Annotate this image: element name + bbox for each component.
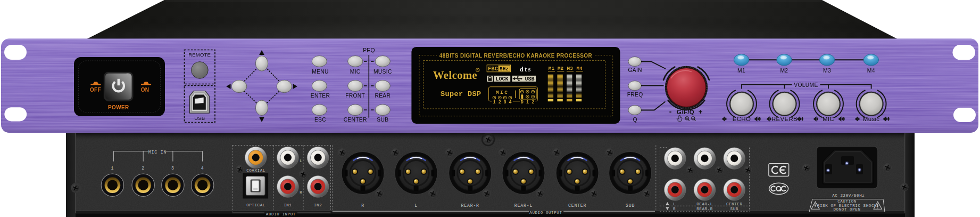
- svg-text:PEQ: PEQ: [363, 47, 375, 53]
- svg-text:2: 2: [499, 100, 501, 105]
- svg-text:SUB: SUB: [730, 207, 738, 211]
- svg-text:AC 220V/50Hz: AC 220V/50Hz: [832, 194, 865, 198]
- svg-text:DONOT OPEN: DONOT OPEN: [833, 207, 860, 212]
- svg-text:dts: dts: [520, 66, 532, 73]
- svg-text:COAXIAL: COAXIAL: [246, 168, 265, 173]
- svg-text:FRONT: FRONT: [345, 93, 365, 99]
- svg-text:L: L: [300, 159, 302, 163]
- svg-text:REAR-R: REAR-R: [696, 207, 713, 211]
- svg-text:M4: M4: [577, 66, 583, 71]
- svg-text:IN1: IN1: [284, 203, 292, 207]
- svg-text:Music: Music: [863, 116, 880, 122]
- svg-text:CENTER: CENTER: [568, 203, 586, 208]
- svg-text:R: R: [673, 207, 676, 211]
- svg-text:MIC IN: MIC IN: [148, 150, 167, 155]
- svg-text:CENTER: CENTER: [344, 117, 367, 123]
- svg-text:R: R: [300, 190, 302, 195]
- svg-text:M2: M2: [780, 68, 788, 74]
- svg-text:MIC: MIC: [496, 90, 509, 95]
- svg-text:L: L: [673, 202, 676, 206]
- svg-text:3: 3: [504, 100, 506, 105]
- svg-text:M4: M4: [867, 68, 875, 74]
- svg-text:OPTICAL: OPTICAL: [246, 203, 265, 207]
- svg-text:-: -: [669, 107, 672, 116]
- svg-text:1: 1: [493, 100, 495, 105]
- svg-text:1: 1: [526, 100, 529, 105]
- svg-text:M1: M1: [737, 68, 745, 74]
- svg-text:REAR: REAR: [375, 93, 391, 99]
- svg-text:IN2: IN2: [314, 203, 322, 207]
- svg-text:ECHO: ECHO: [733, 116, 751, 122]
- svg-text:LOCK: LOCK: [496, 76, 509, 82]
- svg-text:MUSIC: MUSIC: [373, 69, 392, 75]
- svg-text:48BITS DIGITAL REVERB/ECHO KAR: 48BITS DIGITAL REVERB/ECHO KARAOKE PROCE…: [439, 53, 593, 59]
- svg-text:G/F/Q: G/F/Q: [677, 109, 694, 115]
- svg-text:L: L: [414, 203, 418, 208]
- svg-text:AUDIO INPUT: AUDIO INPUT: [266, 212, 296, 216]
- svg-text:2: 2: [531, 100, 534, 105]
- svg-text:R: R: [361, 203, 364, 208]
- svg-text:ESC: ESC: [314, 117, 326, 123]
- svg-text:USB: USB: [525, 76, 534, 82]
- svg-text:FBC: FBC: [488, 66, 499, 72]
- svg-text:4: 4: [201, 166, 204, 171]
- svg-text:MIC: MIC: [350, 69, 361, 75]
- svg-text:FREQ: FREQ: [627, 92, 643, 98]
- svg-text:REAR-R: REAR-R: [461, 203, 479, 208]
- svg-text:Welcome: Welcome: [433, 69, 477, 81]
- svg-text:ON: ON: [141, 87, 150, 93]
- svg-text:+: +: [699, 108, 703, 116]
- svg-text:Q: Q: [633, 117, 637, 123]
- svg-text:5Hz: 5Hz: [500, 66, 509, 72]
- svg-text:M3: M3: [823, 68, 831, 74]
- svg-text:CENTER: CENTER: [726, 202, 743, 206]
- svg-text:3: 3: [171, 166, 175, 171]
- svg-text:Super DSP: Super DSP: [441, 90, 481, 98]
- svg-text:M1: M1: [549, 66, 555, 71]
- svg-text:ENTER: ENTER: [311, 93, 330, 99]
- svg-text:REVERB: REVERB: [771, 116, 798, 122]
- svg-text:POWER: POWER: [108, 105, 129, 110]
- svg-text:SUB: SUB: [626, 203, 635, 208]
- svg-text:2: 2: [142, 166, 145, 171]
- svg-text:M2: M2: [558, 66, 564, 71]
- svg-text:SUB: SUB: [377, 117, 388, 123]
- svg-text:D: D: [521, 100, 524, 105]
- svg-text:1: 1: [111, 166, 114, 171]
- svg-text:AUDIO OUTPUT: AUDIO OUTPUT: [529, 211, 562, 215]
- svg-text:REMOTE: REMOTE: [188, 52, 211, 58]
- svg-text:REAR-L: REAR-L: [514, 203, 533, 208]
- svg-text:USB: USB: [194, 115, 205, 121]
- svg-text:MIC: MIC: [823, 116, 834, 122]
- svg-text:M3: M3: [567, 66, 574, 71]
- svg-text:MENU: MENU: [312, 69, 329, 75]
- svg-text:OFF: OFF: [90, 87, 101, 93]
- svg-text:REAR-L: REAR-L: [696, 202, 713, 206]
- svg-text:4: 4: [509, 100, 511, 105]
- svg-text:GAIN: GAIN: [628, 67, 642, 73]
- svg-text:VOLUME: VOLUME: [794, 82, 818, 88]
